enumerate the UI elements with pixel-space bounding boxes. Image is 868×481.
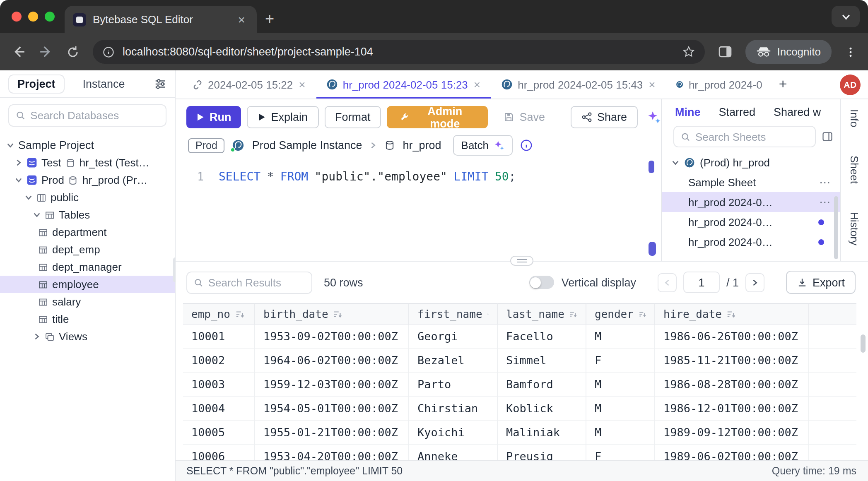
tree-item-table-department[interactable]: department: [0, 224, 175, 241]
explain-button[interactable]: Explain: [247, 106, 319, 128]
cell[interactable]: 10003: [183, 373, 255, 397]
sheet-group[interactable]: (Prod) hr_prod: [662, 152, 840, 172]
forward-button[interactable]: [39, 45, 53, 59]
sheet-item[interactable]: hr_prod 2024-0…: [662, 212, 840, 232]
cell[interactable]: Kyoichi: [409, 421, 498, 445]
tree-item-table-title[interactable]: title: [0, 310, 175, 328]
cell[interactable]: F: [586, 445, 655, 460]
cell[interactable]: 1986-08-28T00:00:00Z: [655, 373, 809, 397]
tree-item-table-employee[interactable]: employee: [0, 276, 175, 293]
column-header[interactable]: emp_no: [183, 303, 255, 325]
sheet-tab-1[interactable]: 2024-02-05 15:22 ×: [182, 70, 316, 99]
tree-item-table-dept-manager[interactable]: dept_manager: [0, 258, 175, 276]
column-header[interactable]: last_name: [498, 303, 586, 325]
cell[interactable]: 10005: [183, 421, 255, 445]
export-button[interactable]: Export: [786, 271, 856, 294]
tree-item-env-test[interactable]: Test hr_test (Test…: [0, 154, 175, 171]
search-sheets-input[interactable]: [695, 130, 808, 143]
cell[interactable]: Koblick: [498, 397, 586, 421]
cell[interactable]: 10006: [183, 445, 255, 460]
tree-item-project[interactable]: Sample Project: [0, 137, 175, 154]
cell[interactable]: 1985-11-21T00:00:00Z: [655, 349, 809, 373]
batch-button[interactable]: Batch: [453, 135, 513, 156]
collapse-panel-icon[interactable]: [822, 131, 833, 142]
minimize-window-button[interactable]: [28, 12, 38, 22]
cell[interactable]: Bamford: [498, 373, 586, 397]
cell[interactable]: 1989-09-12T00:00:00Z: [655, 421, 809, 445]
column-header[interactable]: birth_date: [255, 303, 409, 325]
cell[interactable]: Preusig: [498, 445, 586, 460]
sheet-tab-2-active[interactable]: hr_prod 2024-02-05 15:23 ×: [316, 70, 492, 99]
tree-item-table-dept-emp[interactable]: dept_emp: [0, 241, 175, 258]
instance-name[interactable]: Prod Sample Instance: [252, 139, 362, 152]
close-sheet-icon[interactable]: ×: [648, 78, 656, 91]
tree-item-table-salary[interactable]: salary: [0, 293, 175, 310]
site-info-icon[interactable]: [103, 46, 114, 58]
reload-button[interactable]: [66, 45, 80, 58]
tab-starred[interactable]: Starred: [719, 106, 756, 118]
database-name[interactable]: hr_prod: [403, 139, 441, 152]
tab-history[interactable]: History: [848, 212, 861, 245]
cell[interactable]: 1955-01-21T00:00:00Z: [255, 421, 409, 445]
cell[interactable]: 1954-05-01T00:00:00Z: [255, 397, 409, 421]
admin-mode-button[interactable]: Admin mode: [387, 106, 488, 128]
tab-sheet[interactable]: Sheet: [848, 155, 861, 183]
info-icon[interactable]: [520, 139, 533, 152]
avatar[interactable]: AD: [840, 74, 861, 95]
cell[interactable]: M: [586, 373, 655, 397]
tree-item-schema-public[interactable]: public: [0, 189, 175, 206]
close-sheet-icon[interactable]: ×: [298, 78, 306, 91]
cell[interactable]: 1986-06-26T00:00:00Z: [655, 325, 809, 349]
search-databases-input[interactable]: [30, 109, 159, 122]
tab-instance[interactable]: Instance: [75, 75, 133, 92]
column-header[interactable]: gender: [586, 303, 655, 325]
run-button[interactable]: Run: [186, 106, 241, 128]
cell[interactable]: Parto: [409, 373, 498, 397]
address-bar[interactable]: localhost:8080/sql-editor/sheet/project-…: [93, 40, 705, 64]
browser-menu-icon[interactable]: [845, 46, 856, 58]
cell[interactable]: Chirstian: [409, 397, 498, 421]
more-options-icon[interactable]: ⋯: [819, 176, 832, 189]
next-page-button[interactable]: [745, 273, 764, 292]
new-sheet-button[interactable]: +: [772, 76, 794, 93]
sheet-item[interactable]: hr_prod 2024-0…: [662, 232, 840, 252]
prev-page-button[interactable]: [658, 273, 677, 292]
bookmark-star-icon[interactable]: [682, 46, 695, 58]
share-button[interactable]: Share: [571, 106, 638, 128]
tab-mine[interactable]: Mine: [675, 106, 701, 118]
cell[interactable]: 1989-06-02T00:00:00Z: [655, 445, 809, 460]
column-header[interactable]: hire_date: [655, 303, 809, 325]
save-button[interactable]: Save: [494, 106, 555, 128]
tree-item-tables[interactable]: Tables: [0, 206, 175, 224]
new-tab-button[interactable]: +: [257, 10, 284, 33]
cell[interactable]: Georgi: [409, 325, 498, 349]
sheet-panel-scrollbar[interactable]: [834, 196, 838, 259]
cell[interactable]: Anneke: [409, 445, 498, 460]
cell[interactable]: M: [586, 397, 655, 421]
editor-scrollbar-thumb[interactable]: [649, 161, 654, 173]
tab-search-button[interactable]: [832, 6, 860, 27]
cell[interactable]: Facello: [498, 325, 586, 349]
cell[interactable]: M: [586, 325, 655, 349]
cell[interactable]: Maliniak: [498, 421, 586, 445]
column-header[interactable]: first_name: [409, 303, 498, 325]
cell[interactable]: Simmel: [498, 349, 586, 373]
format-button[interactable]: Format: [324, 106, 381, 128]
close-sheet-icon[interactable]: ×: [473, 78, 481, 91]
cell[interactable]: 1959-12-03T00:00:00Z: [255, 373, 409, 397]
tab-shared[interactable]: Shared w: [774, 106, 821, 118]
tree-item-env-prod[interactable]: Prod hr_prod (Pr…: [0, 171, 175, 189]
cell[interactable]: 1953-09-02T00:00:00Z: [255, 325, 409, 349]
sheet-tab-3[interactable]: hr_prod 2024-02-05 15:43 ×: [491, 70, 666, 99]
maximize-window-button[interactable]: [45, 12, 55, 22]
vertical-display-toggle[interactable]: [529, 276, 554, 289]
close-tab-icon[interactable]: ×: [234, 12, 248, 27]
close-window-button[interactable]: [12, 12, 22, 22]
sheet-item-selected[interactable]: hr_prod 2024-0… ⋯: [662, 192, 840, 212]
filter-icon[interactable]: [154, 77, 166, 90]
cell[interactable]: 1964-06-02T00:00:00Z: [255, 349, 409, 373]
tab-project[interactable]: Project: [8, 74, 65, 93]
tab-info[interactable]: Info: [848, 109, 861, 127]
cell[interactable]: 1986-12-01T00:00:00Z: [655, 397, 809, 421]
editor-scrollbar-thumb[interactable]: [649, 242, 656, 256]
